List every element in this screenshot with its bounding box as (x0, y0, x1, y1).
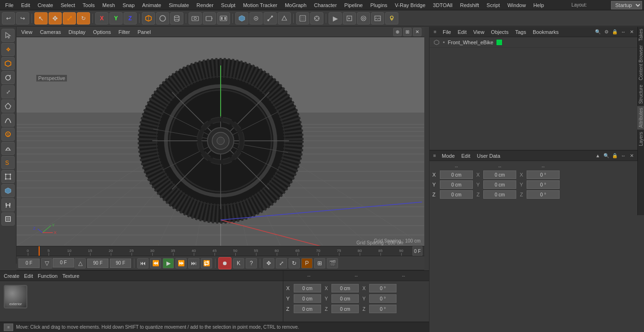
transport-snap-rotate[interactable]: ↻ (289, 258, 300, 268)
mat-tab-texture[interactable]: Texture (62, 273, 79, 279)
menu-window[interactable]: Window (504, 1, 529, 9)
camera-button[interactable] (189, 12, 202, 24)
y-axis-button[interactable]: Y (109, 12, 123, 24)
render-settings-button[interactable] (357, 12, 370, 24)
film-button[interactable] (217, 12, 230, 24)
z-axis-button[interactable]: Z (124, 12, 137, 24)
sidebar-snap-btn[interactable]: S (1, 156, 15, 169)
coord-y-rot[interactable] (527, 180, 560, 189)
menu-render[interactable]: Render (193, 1, 217, 9)
coord-x-pos1[interactable] (440, 170, 473, 179)
sidebar-rotate-btn[interactable] (1, 71, 15, 84)
transport-loop[interactable]: 🔁 (201, 258, 212, 268)
attrs-close-icon[interactable]: ✕ (628, 152, 636, 160)
vp-menu-cameras[interactable]: Cameras (38, 28, 63, 36)
mat-tab-edit[interactable]: Edit (24, 273, 33, 279)
snap-button[interactable] (310, 12, 323, 24)
sidebar-deform-btn[interactable] (1, 170, 15, 183)
right-panel-settings-icon[interactable]: ⚙ (603, 28, 610, 36)
mat-tab-create[interactable]: Create (4, 273, 19, 279)
menu-mesh[interactable]: Mesh (99, 1, 118, 9)
attrs-arrow-icon[interactable]: ▲ (594, 152, 602, 160)
material-swatch-exterior[interactable]: exterior (4, 285, 27, 308)
object-name[interactable]: Front_Wheel_eBike (448, 40, 494, 45)
viewport-layout-button[interactable]: ⊞ (403, 28, 412, 36)
transport-record[interactable]: ⏺ (218, 257, 231, 269)
menu-create[interactable]: Create (34, 1, 57, 9)
layout-select[interactable]: Startup (611, 1, 642, 9)
edge-button[interactable] (264, 12, 277, 24)
right-panel-expand-icon[interactable]: ↔ (619, 28, 627, 36)
cylinder-button[interactable] (170, 12, 183, 24)
transport-film[interactable]: 🎬 (327, 258, 338, 268)
rp-tab-view[interactable]: View (471, 28, 487, 36)
menu-snap[interactable]: Snap (119, 1, 138, 9)
menu-vray[interactable]: V-Ray Bridge (392, 1, 429, 9)
menu-character[interactable]: Character (311, 1, 340, 9)
coord-x-pos2[interactable] (483, 170, 516, 179)
rotate-tool-button[interactable]: ↻ (77, 12, 90, 24)
frame-display[interactable]: 0 F (413, 246, 422, 256)
sidebar-select-btn[interactable] (1, 29, 15, 42)
rp-tab-objects[interactable]: Objects (488, 28, 511, 36)
viewport-canvas[interactable]: Y X Z Grid Spacing : 100 cm Perspective … (17, 37, 424, 246)
transport-snap-move[interactable]: ✥ (263, 258, 274, 268)
cs-y-size[interactable] (331, 294, 359, 303)
sidebar-scale-btn[interactable]: ⤢ (1, 85, 15, 98)
transport-current-frame[interactable] (53, 258, 74, 267)
move-tool-button[interactable]: ✥ (49, 12, 62, 24)
transport-goto-start[interactable]: ⏮ (137, 258, 149, 268)
sidebar-move-btn[interactable]: ✥ (1, 43, 15, 56)
menu-sculpt[interactable]: Sculpt (218, 1, 239, 9)
attrs-search-icon[interactable]: 🔍 (603, 152, 610, 160)
vtab-structure[interactable]: Structure (637, 83, 644, 106)
render2-button[interactable] (343, 12, 356, 24)
transport-play[interactable]: ▶ (163, 258, 174, 268)
rp-tab-file[interactable]: File (440, 28, 454, 36)
menu-tools[interactable]: Tools (79, 1, 98, 9)
cube-button[interactable] (142, 12, 155, 24)
transport-keyed[interactable]: K (233, 258, 244, 268)
attrs-expand-icon[interactable]: ↔ (619, 152, 627, 160)
menu-simulate[interactable]: Simulate (165, 1, 192, 9)
vp-menu-filter[interactable]: Filter (116, 28, 132, 36)
transport-down-arrow[interactable]: ▽ (41, 258, 52, 268)
timeline[interactable]: 0 5 10 15 20 25 30 35 40 45 50 55 60 65 … (17, 246, 424, 256)
vp-menu-panel[interactable]: Panel (136, 28, 153, 36)
coord-z-pos2[interactable] (483, 190, 516, 199)
undo-button[interactable]: ↩ (2, 12, 15, 24)
coord-x-rot[interactable] (527, 170, 560, 179)
menu-file[interactable]: File (2, 1, 17, 9)
viewport-close-button[interactable]: ✕ (413, 28, 421, 36)
transport-end-frame2[interactable] (110, 259, 131, 268)
transport-snap-scale[interactable]: ⤢ (276, 258, 287, 268)
transport-grid[interactable]: ⊞ (314, 258, 325, 268)
sidebar-uv-btn[interactable] (1, 184, 15, 197)
transport-prev-frame[interactable]: ⏪ (150, 258, 161, 268)
sidebar-bezier-btn[interactable] (1, 113, 15, 127)
menu-motion-tracker[interactable]: Motion Tracker (239, 1, 281, 9)
texture-button[interactable] (296, 12, 309, 24)
menu-animate[interactable]: Animate (139, 1, 165, 9)
coord-y-pos2[interactable] (483, 180, 516, 189)
vtab-layers[interactable]: Layers (637, 130, 644, 148)
coord-z-pos1[interactable] (440, 190, 473, 199)
rp-tab-tags[interactable]: Tags (512, 28, 529, 36)
camera2-button[interactable] (203, 12, 216, 24)
menu-script[interactable]: Script (483, 1, 503, 9)
right-panel-close-icon[interactable]: ✕ (628, 28, 636, 36)
vtab-content-browser[interactable]: Content Browser (637, 43, 644, 82)
x-axis-button[interactable]: X (95, 12, 108, 24)
sphere-button[interactable] (156, 12, 169, 24)
right-panel-menu-icon[interactable]: ≡ (431, 28, 439, 36)
menu-3dtall[interactable]: 3DTOAll (429, 1, 455, 9)
transport-goto-end[interactable]: ⏭ (188, 258, 199, 268)
vp-menu-options[interactable]: Options (91, 28, 113, 36)
vtab-attributes[interactable]: Attributes (637, 106, 644, 130)
transport-help[interactable]: ? (246, 258, 257, 268)
object-color-swatch[interactable] (496, 39, 503, 46)
transport-next-frame[interactable]: ⏩ (175, 258, 187, 268)
attrs-menu-icon[interactable]: ≡ (431, 153, 438, 159)
light-button[interactable] (385, 12, 398, 24)
sidebar-cube-btn[interactable] (1, 57, 15, 70)
